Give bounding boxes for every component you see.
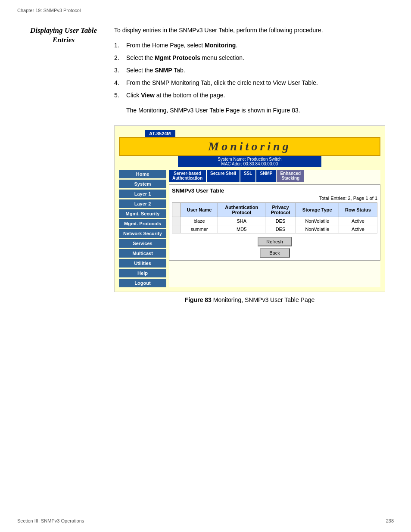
table-row: summer MD5 DES NonVolatile Active (172, 225, 377, 233)
steps-list: 1. From the Home Page, select Monitoring… (114, 41, 385, 100)
user-table: User Name AuthenticationProtocol Privacy… (172, 202, 377, 233)
step-4: 4. From the SNMP Monitoring Tab, click t… (114, 78, 385, 87)
step-5: 5. Click View at the bottom of the page. (114, 91, 385, 100)
col-priv-protocol: PrivacyProtocol (265, 203, 296, 217)
chapter-header: Chapter 19: SNMPv3 Protocol (0, 0, 411, 13)
sidebar-item-utilities[interactable]: Utilities (119, 259, 166, 268)
priv-protocol-cell: DES (265, 225, 296, 233)
footer-right: 238 (386, 518, 394, 523)
figure-screenshot: AT-8524M Monitoring System Name: Product… (114, 125, 385, 292)
step-3: 3. Select the SNMP Tab. (114, 66, 385, 75)
sidebar-nav: Home System Layer 1 Layer 2 Mgmt. Securi… (119, 170, 166, 287)
total-entries: Total Entries: 2, Page 1 of 1 (172, 196, 377, 201)
sidebar-item-services[interactable]: Services (119, 239, 166, 248)
auth-protocol-cell: SHA (218, 217, 265, 225)
col-storage-type: Storage Type (296, 203, 339, 217)
table-row: blaze SHA DES NonVolatile Active (172, 217, 377, 225)
sidebar-item-layer1[interactable]: Layer 1 (119, 190, 166, 198)
storage-type-cell: NonVolatile (296, 217, 339, 225)
step-num: 1. (114, 41, 123, 50)
page-footer: Section III: SNMPv3 Operations 238 (0, 518, 411, 523)
sidebar-item-help[interactable]: Help (119, 269, 166, 277)
sidebar-item-system[interactable]: System (119, 180, 166, 188)
table-section: SNMPv3 User Table Total Entries: 2, Page… (169, 184, 380, 261)
refresh-button[interactable]: Refresh (258, 237, 292, 246)
row-status-cell: Active (339, 225, 377, 233)
system-info-bar: System Name: Production Switch MAC Addr:… (178, 156, 322, 167)
sidebar-item-logout[interactable]: Logout (119, 279, 166, 287)
sidebar-item-network-security[interactable]: Network Security (119, 229, 166, 238)
tab-ssl[interactable]: SSL (240, 170, 255, 182)
section-title: Displaying User Table Entries (26, 26, 101, 45)
step-text: From the SNMP Monitoring Tab, click the … (126, 78, 318, 87)
tab-enhanced-stacking[interactable]: EnhancedStacking (277, 170, 304, 182)
step-num: 2. (114, 53, 123, 62)
monitoring-banner: Monitoring (119, 137, 380, 156)
col-num (172, 203, 181, 217)
row-num (172, 225, 181, 233)
system-name: System Name: Production Switch (178, 157, 322, 162)
monitoring-title: Monitoring (120, 140, 380, 153)
followup-text: The Monitoring, SNMPv3 User Table Page i… (126, 106, 385, 115)
tabs-row: Server-basedAuthentication Secure Shell … (169, 170, 380, 182)
tab-server-based-auth[interactable]: Server-basedAuthentication (169, 170, 206, 182)
back-button[interactable]: Back (260, 248, 290, 258)
step-text: Click View at the bottom of the page. (126, 91, 225, 100)
sidebar-item-mgmt-protocols[interactable]: Mgmt. Protocols (119, 219, 166, 228)
row-num (172, 217, 181, 225)
inner-layout: Home System Layer 1 Layer 2 Mgmt. Securi… (119, 170, 380, 287)
col-row-status: Row Status (339, 203, 377, 217)
step-num: 4. (114, 78, 123, 87)
sidebar-item-home[interactable]: Home (119, 170, 166, 178)
table-title: SNMPv3 User Table (172, 187, 377, 194)
figure-caption: Figure 83 Monitoring, SNMPv3 User Table … (114, 296, 385, 303)
step-num: 3. (114, 66, 123, 75)
main-panel: Server-basedAuthentication Secure Shell … (169, 170, 380, 287)
step-num: 5. (114, 91, 123, 100)
footer-left: Section III: SNMPv3 Operations (17, 518, 84, 523)
mac-addr: MAC Addr: 00:30:84:00:00:00 (178, 162, 322, 166)
row-status-cell: Active (339, 217, 377, 225)
step-text: Select the Mgmt Protocols menu selection… (126, 53, 244, 62)
col-user-name: User Name (181, 203, 218, 217)
user-name-cell: blaze (181, 217, 218, 225)
figure-number: Figure 83 (185, 296, 212, 303)
step-2: 2. Select the Mgmt Protocols menu select… (114, 53, 385, 62)
sidebar-item-mgmt-security[interactable]: Mgmt. Security (119, 209, 166, 218)
figure-caption-text: Monitoring, SNMPv3 User Table Page (213, 296, 315, 303)
step-1: 1. From the Home Page, select Monitoring… (114, 41, 385, 50)
col-auth-protocol: AuthenticationProtocol (218, 203, 265, 217)
step-text: From the Home Page, select Monitoring. (126, 41, 237, 50)
device-header: AT-8524M Monitoring System Name: Product… (119, 130, 380, 167)
storage-type-cell: NonVolatile (296, 225, 339, 233)
sidebar-item-multicast[interactable]: Multicast (119, 249, 166, 258)
tab-snmp[interactable]: SNMP (256, 170, 276, 182)
user-name-cell: summer (181, 225, 218, 233)
intro-text: To display entries in the SNMPv3 User Ta… (114, 26, 385, 35)
step-text: Select the SNMP Tab. (126, 66, 185, 75)
tab-secure-shell[interactable]: Secure Shell (207, 170, 240, 182)
auth-protocol-cell: MD5 (218, 225, 265, 233)
priv-protocol-cell: DES (265, 217, 296, 225)
action-buttons: Refresh Back (172, 237, 377, 258)
device-tab-label: AT-8524M (145, 130, 175, 137)
sidebar-item-layer2[interactable]: Layer 2 (119, 199, 166, 208)
